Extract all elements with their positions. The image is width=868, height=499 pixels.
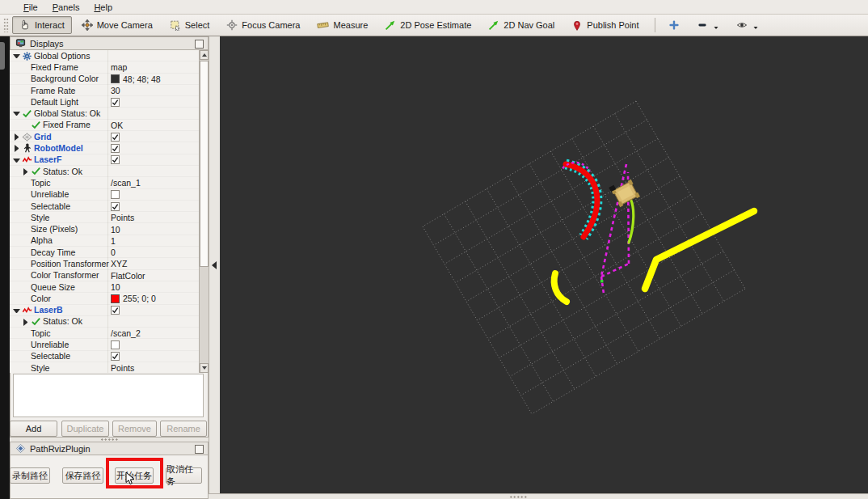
tool-measure[interactable]: Measure [310, 16, 375, 34]
scrollbar-thumb[interactable] [200, 61, 209, 267]
bottom-panel-splitter[interactable] [209, 493, 868, 499]
expander-open-icon[interactable] [13, 54, 20, 61]
tree-row-fixed-frame[interactable]: Fixed FrameOK [10, 120, 199, 131]
expander-open-icon[interactable] [13, 112, 20, 119]
tree-row-value[interactable]: 1 [111, 235, 116, 247]
tree-row-selectable[interactable]: Selectable [10, 351, 199, 362]
tool-publish-point[interactable]: Publish Point [564, 16, 646, 34]
tree-row-value[interactable] [111, 142, 120, 154]
tool-properties-eye-button[interactable] [729, 16, 766, 34]
tree-row-position-transformer[interactable]: Position TransformerXYZ [10, 258, 199, 269]
tree-row-value[interactable]: XYZ [111, 258, 127, 269]
tool-select[interactable]: Select [162, 16, 217, 34]
tree-row-style[interactable]: StylePoints [10, 212, 199, 223]
path-plugin-button-1[interactable]: 录制路径 [10, 467, 50, 484]
tree-row-value[interactable]: 10 [111, 223, 120, 235]
tree-row-status-ok[interactable]: Status: Ok [10, 316, 199, 328]
toolbar-drag-handle[interactable] [3, 18, 9, 32]
tree-row-value[interactable]: map [111, 61, 127, 73]
tree-row-topic[interactable]: Topic/scan_2 [10, 328, 199, 339]
menu-file[interactable]: File [16, 2, 45, 13]
checkbox-checked[interactable] [111, 133, 120, 142]
tool-move-camera[interactable]: Move Camera [74, 16, 160, 34]
tree-row-value[interactable] [111, 201, 120, 212]
add-tool-plus-button[interactable] [661, 16, 687, 34]
tree-row-queue-size[interactable]: Queue Size10 [10, 281, 199, 293]
checkbox-checked[interactable] [111, 155, 120, 164]
tree-row-global-status-ok[interactable]: Global Status: Ok [10, 108, 199, 119]
tree-row-unreliable[interactable]: Unreliable [10, 189, 199, 201]
expander-open-icon[interactable] [13, 309, 20, 316]
dropdown-arrow-icon[interactable] [713, 24, 719, 31]
tree-row-value[interactable]: 0 [111, 247, 116, 258]
checkbox-unchecked[interactable] [111, 340, 120, 349]
expander-closed-icon[interactable] [23, 319, 31, 326]
expander-closed-icon[interactable] [23, 168, 31, 175]
remove-tool-minus-button[interactable] [689, 16, 727, 34]
tree-row-global-options[interactable]: Global Options [10, 50, 199, 61]
panel-float-button[interactable] [195, 445, 204, 454]
checkbox-checked[interactable] [111, 202, 120, 211]
checkbox-checked[interactable] [111, 144, 120, 153]
checkbox-checked[interactable] [111, 98, 120, 107]
scrollbar-up-button[interactable] [200, 50, 209, 60]
tree-row-value[interactable]: Points [111, 212, 134, 223]
3d-viewport[interactable] [220, 36, 868, 493]
tool-interact[interactable]: Interact [12, 16, 72, 34]
tree-row-value[interactable] [111, 351, 120, 362]
tool-2d-pose-estimate[interactable]: 2D Pose Estimate [377, 16, 478, 34]
tree-row-grid[interactable]: Grid [10, 131, 199, 142]
scrollbar-down-button[interactable] [200, 363, 209, 373]
tree-row-default-light[interactable]: Default Light [10, 96, 199, 108]
tree-row-frame-rate[interactable]: Frame Rate30 [10, 85, 199, 96]
expander-open-icon[interactable] [13, 159, 20, 166]
tree-row-style[interactable]: StylePoints [10, 362, 199, 373]
tree-row-value[interactable] [111, 305, 120, 316]
viewport-splitter[interactable] [209, 36, 220, 493]
tree-row-robotmodel[interactable]: RobotModel [10, 142, 199, 154]
expander-closed-icon[interactable] [15, 145, 22, 152]
menu-help[interactable]: Help [86, 2, 120, 13]
tool-focus-camera[interactable]: Focus Camera [219, 16, 307, 34]
tree-row-status-ok[interactable]: Status: Ok [10, 166, 199, 177]
menu-panels[interactable]: Panels [45, 2, 87, 13]
tree-row-color[interactable]: Color255; 0; 0 [10, 293, 199, 304]
tree-row-unreliable[interactable]: Unreliable [10, 339, 199, 350]
tree-row-value[interactable] [111, 96, 120, 108]
tree-row-value[interactable]: 48; 48; 48 [111, 74, 161, 85]
tree-scrollbar[interactable] [199, 50, 209, 373]
path-plugin-button-2[interactable]: 保存路径 [62, 467, 103, 484]
expander-closed-icon[interactable] [15, 133, 22, 141]
tree-row-topic[interactable]: Topic/scan_1 [10, 177, 199, 188]
tree-row-laserf[interactable]: LaserF [10, 154, 199, 166]
tree-row-value[interactable]: 255; 0; 0 [111, 293, 156, 304]
checkbox-checked[interactable] [111, 352, 120, 361]
tree-row-color-transformer[interactable]: Color TransformerFlatColor [10, 270, 199, 281]
tree-row-value[interactable]: /scan_2 [111, 328, 141, 339]
tree-row-background-color[interactable]: Background Color48; 48; 48 [10, 74, 199, 85]
checkbox-checked[interactable] [111, 306, 120, 315]
add-button[interactable]: Add [10, 421, 57, 437]
tree-row-laserb[interactable]: LaserB [10, 305, 199, 316]
tree-row-fixed-frame[interactable]: Fixed Framemap [10, 61, 199, 73]
tree-row-value[interactable]: FlatColor [111, 270, 145, 281]
tree-row-size-pixels[interactable]: Size (Pixels)10 [10, 223, 199, 235]
collapse-panel-arrow-icon[interactable] [212, 261, 217, 269]
tree-row-value[interactable] [111, 339, 120, 350]
path-plugin-header[interactable]: PathRvizPlugin [10, 442, 209, 455]
panel-float-button[interactable] [195, 40, 204, 49]
tree-row-value[interactable]: /scan_1 [111, 177, 141, 188]
tree-row-value[interactable]: Points [111, 362, 134, 373]
tool-2d-nav-goal[interactable]: 2D Nav Goal [481, 16, 562, 34]
tree-row-value[interactable]: OK [111, 120, 123, 131]
tree-row-value[interactable] [111, 154, 120, 166]
tree-row-value[interactable] [111, 189, 120, 201]
tree-row-selectable[interactable]: Selectable [10, 201, 199, 212]
tree-row-alpha[interactable]: Alpha1 [10, 235, 199, 247]
path-plugin-button-4[interactable]: 取消任务 [166, 467, 202, 484]
tree-row-value[interactable]: 30 [111, 85, 120, 96]
tree-row-value[interactable] [111, 131, 120, 142]
tree-row-decay-time[interactable]: Decay Time0 [10, 247, 199, 258]
checkbox-unchecked[interactable] [111, 190, 120, 199]
displays-panel-header[interactable]: Displays [10, 36, 209, 50]
